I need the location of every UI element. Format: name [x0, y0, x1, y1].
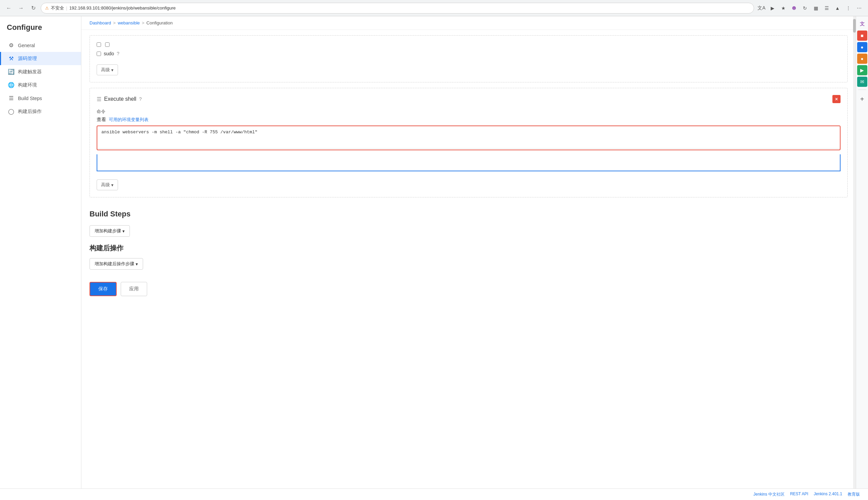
- sidebar-item-label: 源码管理: [18, 56, 37, 62]
- rs-red-btn[interactable]: ■: [857, 31, 867, 41]
- user-profile-btn[interactable]: ☻: [789, 3, 799, 13]
- breadcrumb-current: Configuration: [147, 20, 173, 25]
- split-view-btn[interactable]: ▦: [811, 3, 821, 13]
- sync-btn[interactable]: ↻: [800, 3, 810, 13]
- build-steps-title: Build Steps: [90, 209, 848, 218]
- rs-teal-btn[interactable]: ✉: [857, 77, 867, 87]
- env-icon: 🌐: [8, 82, 14, 88]
- read-aloud-btn[interactable]: ▶: [768, 3, 777, 13]
- checkbox-item-2: [105, 42, 109, 47]
- forward-button[interactable]: →: [16, 3, 26, 13]
- execute-shell-block: ☰ Execute shell ? × 命令 查看 可用的环境变量列表: [90, 88, 848, 197]
- add-post-build-dropdown-icon: ▾: [136, 262, 138, 266]
- sidebar-item-post-build[interactable]: ◯ 构建后操作: [0, 105, 81, 118]
- top-advanced-label: 高级: [101, 67, 110, 73]
- url-text: 192.168.93.101:8080/jenkins/job/webansib…: [69, 5, 176, 11]
- security-label: 不安全: [51, 5, 64, 11]
- add-post-build-button[interactable]: 增加构建后操作步骤 ▾: [90, 258, 143, 270]
- section-header-left: ☰ Execute shell ?: [97, 96, 142, 102]
- scrollbar-thumb[interactable]: [853, 19, 856, 33]
- add-build-step-dropdown-icon: ▾: [123, 229, 125, 234]
- breadcrumb-sep-1: >: [113, 20, 116, 25]
- sidebar-item-label: 构建触发器: [18, 69, 42, 75]
- top-checkboxes: [97, 42, 841, 47]
- back-button[interactable]: ←: [4, 3, 14, 13]
- footer-rest-api[interactable]: REST API: [790, 491, 808, 497]
- main-content: Dashboard > webansible > Configuration: [81, 16, 856, 500]
- save-button[interactable]: 保存: [90, 282, 117, 296]
- sidebar-item-triggers[interactable]: 🔄 构建触发器: [0, 65, 81, 78]
- command-input[interactable]: [97, 126, 840, 149]
- browser-chrome: ← → ↻ ⚠ 不安全 | 192.168.93.101:8080/jenkin…: [0, 0, 868, 16]
- footer-edu[interactable]: 教育版: [848, 491, 860, 497]
- checkbox-1[interactable]: [97, 42, 101, 47]
- command-extra-area: [97, 154, 841, 171]
- rs-orange-btn[interactable]: ●: [857, 54, 867, 64]
- sidebar-title: Configure: [0, 23, 81, 39]
- sudo-help[interactable]: ?: [117, 51, 119, 56]
- footer-jenkins-version[interactable]: Jenkins 2.401.1: [814, 491, 842, 497]
- sidebar-item-general[interactable]: ⚙ General: [0, 39, 81, 52]
- star-btn[interactable]: ★: [778, 3, 788, 13]
- rs-translate-btn[interactable]: 文: [857, 19, 867, 29]
- footer-jenkins-community[interactable]: Jenkins 中文社区: [753, 491, 785, 497]
- favorites-btn[interactable]: ☰: [822, 3, 831, 13]
- sudo-label: sudo: [104, 51, 114, 56]
- sidebar-item-label: 构建后操作: [18, 109, 42, 115]
- rs-green-btn[interactable]: ▶: [857, 65, 867, 75]
- rs-blue-btn[interactable]: ●: [857, 42, 867, 52]
- post-build-title: 构建后操作: [90, 243, 848, 253]
- execute-shell-header: ☰ Execute shell ? ×: [97, 95, 841, 103]
- execute-shell-title: Execute shell: [104, 96, 136, 102]
- post-build-icon: ◯: [8, 108, 14, 115]
- command-area-top: [97, 125, 841, 150]
- rs-separator: [858, 90, 866, 90]
- execute-shell-help[interactable]: ?: [139, 96, 142, 102]
- security-icon: ⚠: [45, 6, 49, 11]
- collections-btn[interactable]: ▲: [833, 3, 842, 13]
- browser-actions: 文A ▶ ★ ☻ ↻ ▦ ☰ ▲ ⋮ ⋯: [757, 3, 864, 13]
- right-sidebar: 文 ■ ● ● ▶ ✉ + ⚙: [856, 16, 868, 500]
- trigger-icon: 🔄: [8, 69, 14, 75]
- drag-handle-icon[interactable]: ☰: [97, 96, 101, 102]
- top-partial-section: sudo ? 高级 ▾: [81, 30, 856, 82]
- execute-shell-close[interactable]: ×: [832, 95, 841, 103]
- add-build-step-button[interactable]: 增加构建步骤 ▾: [90, 225, 130, 237]
- sudo-checkbox[interactable]: [97, 52, 101, 56]
- env-vars-link[interactable]: 可用的环境变量列表: [109, 117, 149, 122]
- footer: Jenkins 中文社区 REST API Jenkins 2.401.1 教育…: [0, 488, 868, 500]
- action-buttons: 保存 应用: [81, 276, 856, 302]
- checkbox-2[interactable]: [105, 42, 109, 47]
- sidebar-item-source[interactable]: ⚒ 源码管理: [0, 52, 81, 65]
- top-advanced-button[interactable]: 高级 ▾: [97, 65, 118, 75]
- rs-plus-icon: +: [860, 95, 864, 103]
- apply-button[interactable]: 应用: [121, 282, 147, 296]
- sidebar-item-label: Build Steps: [18, 96, 42, 101]
- steps-icon: ☰: [8, 95, 14, 101]
- sidebar-item-label: General: [18, 43, 35, 48]
- execute-shell-advanced-dropdown-icon: ▾: [111, 182, 114, 188]
- top-advanced-container: 高级 ▾: [97, 60, 841, 75]
- sidebar: Configure ⚙ General ⚒ 源码管理 🔄 构建触发器 🌐 构建环…: [0, 16, 81, 500]
- sidebar-item-label: 构建环境: [18, 82, 37, 88]
- command-container: [97, 125, 841, 171]
- more-btn[interactable]: ⋯: [854, 3, 864, 13]
- env-vars-row: 查看 可用的环境变量列表: [97, 117, 841, 123]
- sidebar-item-build-steps[interactable]: ☰ Build Steps: [0, 92, 81, 105]
- post-build-section: 构建后操作 增加构建后操作步骤 ▾: [81, 237, 856, 276]
- address-bar[interactable]: ⚠ 不安全 | 192.168.93.101:8080/jenkins/job/…: [41, 3, 754, 14]
- scrollbar-track: [853, 16, 856, 493]
- add-build-step-label: 增加构建步骤: [95, 228, 121, 234]
- source-icon: ⚒: [8, 55, 14, 62]
- breadcrumb: Dashboard > webansible > Configuration: [81, 16, 856, 30]
- sidebar-item-env[interactable]: 🌐 构建环境: [0, 78, 81, 92]
- translate-btn[interactable]: 文A: [757, 3, 766, 13]
- command-label: 命令: [97, 109, 841, 115]
- extensions-btn[interactable]: ⋮: [844, 3, 853, 13]
- breadcrumb-dashboard[interactable]: Dashboard: [90, 20, 111, 25]
- breadcrumb-webansible[interactable]: webansible: [118, 20, 140, 25]
- top-advanced-dropdown-icon: ▾: [111, 68, 114, 72]
- gear-icon: ⚙: [8, 42, 14, 48]
- execute-shell-advanced-button[interactable]: 高级 ▾: [97, 180, 118, 190]
- refresh-button[interactable]: ↻: [28, 3, 38, 13]
